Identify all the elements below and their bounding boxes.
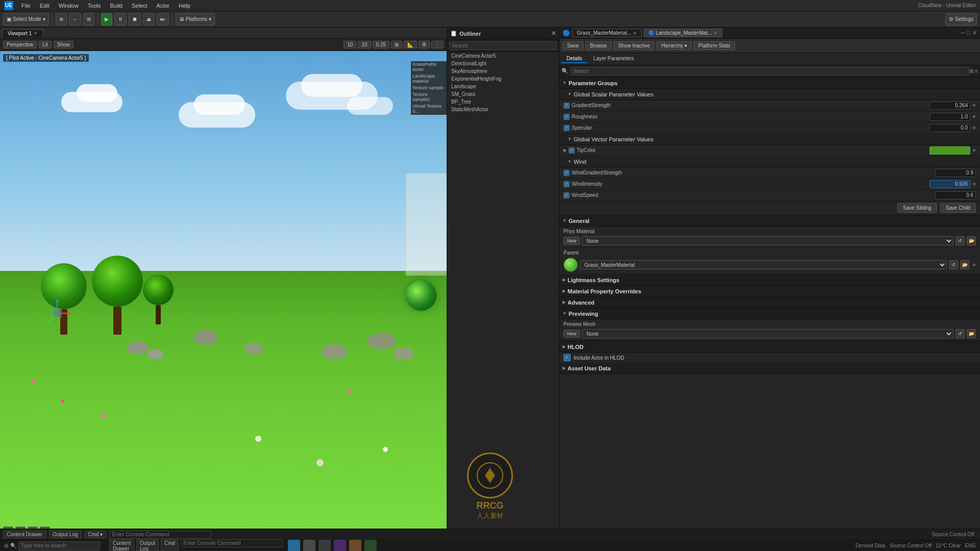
windint-check[interactable]: ✓ (564, 181, 570, 187)
skip-btn[interactable]: ⏭ (157, 13, 169, 26)
eject-btn[interactable]: ⏏ (143, 13, 155, 26)
cam-speed2-btn[interactable]: 10 (358, 41, 371, 48)
section-lightmass[interactable]: ▶ Lightmass Settings (559, 274, 980, 286)
platforms-btn[interactable]: 🖥 Platforms ▾ (176, 13, 215, 26)
transform3-btn[interactable]: ⊞ (83, 13, 94, 26)
prev-mesh-select[interactable]: None (582, 329, 953, 338)
parent-browse-btn[interactable]: 📂 (960, 260, 969, 269)
phys-material-select[interactable]: None (582, 236, 953, 245)
taskbar-app-2[interactable] (303, 540, 315, 552)
console-input-2[interactable] (109, 531, 211, 539)
windint-expand-btn[interactable]: ⊕ (972, 182, 976, 186)
menu-edit[interactable]: Edit (36, 2, 54, 10)
menu-build[interactable]: Build (106, 2, 127, 10)
cam-type-btn[interactable]: Φ (419, 41, 430, 48)
select-mode-btn[interactable]: ▣ Select Mode ▾ (3, 13, 49, 26)
windint-value-input[interactable] (929, 180, 970, 188)
taskbar-content-drawer[interactable]: Content Drawer (109, 539, 134, 552)
outliner-close-btn[interactable]: ✕ (551, 30, 556, 37)
taskbar-search-input[interactable] (18, 541, 100, 550)
save-child-btn[interactable]: Save Child (940, 203, 976, 213)
section-global-vector[interactable]: ▼ Global Vector Parameter Values (559, 134, 980, 145)
phys-browse-btn[interactable]: 📂 (967, 236, 976, 245)
tipcolor-expand-btn[interactable]: ⊕ (972, 148, 976, 153)
tab-details[interactable]: Details (561, 55, 587, 63)
specular-check[interactable]: ✓ (564, 125, 570, 131)
windows-icon[interactable]: ⊞ (4, 543, 8, 548)
close-viewport-tab[interactable]: ✕ (34, 31, 38, 36)
save-sibling-btn[interactable]: Save Sibling (897, 203, 937, 213)
taskbar-app-4[interactable] (334, 540, 346, 552)
windgrad-value-input[interactable] (935, 169, 976, 177)
outliner-item-5[interactable]: SM_Grass (447, 90, 559, 98)
viewport-canvas[interactable]: [ Pilot Active - CineCamera Actor5 ] Gra… (0, 51, 447, 540)
outliner-item-1[interactable]: DirectionalLight (447, 60, 559, 67)
prev-refresh-btn[interactable]: ↺ (955, 329, 965, 338)
mat-close-btn[interactable]: ✕ (972, 30, 977, 36)
console-input[interactable] (181, 539, 283, 547)
specular-value-input[interactable] (929, 124, 970, 132)
outliner-search-input[interactable] (449, 41, 557, 50)
mat-hierarchy-btn[interactable]: Hierarchy ▾ (656, 41, 692, 50)
windspeed-value-input[interactable] (935, 191, 976, 199)
transform-btn[interactable]: ⊕ (56, 13, 67, 26)
prev-new-btn[interactable]: New (564, 330, 580, 338)
mat-maximize-btn[interactable]: □ (967, 30, 970, 36)
material-tab-1[interactable]: Grass_MasterMaterial... ✕ (572, 29, 642, 37)
grid-view-icon[interactable]: ⊞ (969, 68, 974, 74)
show-btn[interactable]: Show (54, 41, 74, 48)
pause-btn[interactable]: ⏸ (114, 13, 127, 26)
menu-file[interactable]: File (17, 2, 35, 10)
mat-minimize-btn[interactable]: ─ (961, 30, 965, 36)
phys-refresh-btn[interactable]: ↺ (955, 236, 965, 245)
transform2-btn[interactable]: ↔ (69, 13, 81, 26)
roughness-expand-btn[interactable]: ⊕ (972, 114, 976, 119)
gradient-check[interactable]: ✓ (564, 103, 570, 109)
menu-select[interactable]: Select (128, 2, 152, 10)
specular-expand-btn[interactable]: ⊕ (972, 126, 976, 130)
output-log-btn-2[interactable]: Output Log (49, 531, 81, 538)
gradient-value-input[interactable] (929, 102, 970, 110)
gradient-expand-btn[interactable]: ⊕ (972, 103, 976, 108)
snap-btn[interactable]: 📐 (404, 41, 417, 48)
section-parameter-groups[interactable]: ▼ Parameter Groups (559, 78, 980, 89)
list-view-icon[interactable]: ≡ (975, 68, 978, 74)
menu-actor[interactable]: Actor (153, 2, 174, 10)
play-btn[interactable]: ▶ (101, 13, 112, 26)
taskbar-app-1[interactable] (288, 540, 300, 552)
viewport-tab-1[interactable]: Viewport 1 ✕ (2, 29, 43, 37)
parent-expand-btn[interactable]: ⊕ (972, 263, 976, 267)
outliner-item-6[interactable]: BP_Tree (447, 98, 559, 106)
outliner-item-0[interactable]: CineCamera Actor5 (447, 52, 559, 60)
fov-btn[interactable]: 0.25 (373, 41, 389, 48)
cam-speed-btn[interactable]: 10 (344, 41, 356, 48)
stop-btn[interactable]: ⏹ (129, 13, 141, 26)
phys-new-btn[interactable]: New (564, 237, 580, 245)
cmd-btn-2[interactable]: Cmd ▾ (85, 531, 107, 538)
settings-btn[interactable]: ⚙ Settings (945, 13, 977, 26)
menu-tools[interactable]: Tools (84, 2, 105, 10)
taskbar-app-3[interactable] (318, 540, 331, 552)
section-wind[interactable]: ▼ Wind (559, 156, 980, 167)
details-search-input[interactable] (571, 67, 969, 76)
mat-show-inactive-btn[interactable]: Show Inactive (614, 41, 654, 50)
taskbar-output-log[interactable]: Output Log (136, 539, 159, 552)
outliner-item-4[interactable]: Landscape (447, 83, 559, 90)
menu-help[interactable]: Help (175, 2, 194, 10)
section-advanced[interactable]: ▶ Advanced (559, 297, 980, 308)
grid-btn[interactable]: ⊞ (391, 41, 402, 48)
mat-platform-stats-btn[interactable]: Platform Stats (694, 41, 735, 50)
taskbar-cmd[interactable]: Cmd (161, 539, 179, 552)
roughness-check[interactable]: ✓ (564, 114, 570, 120)
windgrad-check[interactable]: ✓ (564, 170, 570, 176)
section-previewing[interactable]: ▼ Previewing (559, 308, 980, 319)
taskbar-ue-app[interactable] (364, 540, 377, 552)
menu-window[interactable]: Window (55, 2, 83, 10)
outliner-item-7[interactable]: StaticMeshActor (447, 106, 559, 113)
section-asset-user-data[interactable]: ▶ Asset User Data (559, 363, 980, 374)
section-global-scalar[interactable]: ▼ Global Scalar Parameter Values (559, 89, 980, 100)
lit-btn[interactable]: Lit (39, 41, 52, 48)
material-tab-1-close[interactable]: ✕ (633, 31, 637, 36)
roughness-value-input[interactable] (929, 113, 970, 121)
outliner-item-2[interactable]: SkyAtmosphere (447, 67, 559, 75)
